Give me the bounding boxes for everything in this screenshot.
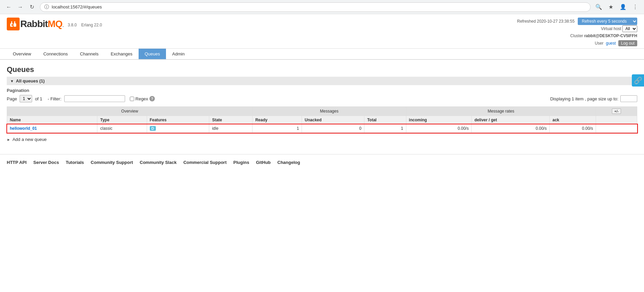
svg-rect-3	[14, 21, 15, 24]
logo-dot: .	[62, 22, 64, 28]
svg-rect-4	[11, 24, 13, 26]
plus-minus-header: +/-	[596, 107, 637, 116]
row-ready: 1	[253, 124, 302, 133]
row-extra	[596, 124, 637, 133]
version-number: 3.8.0	[68, 23, 77, 27]
footer-link-community-slack[interactable]: Community Slack	[140, 160, 176, 165]
page-title: Queues	[7, 65, 637, 74]
logo-rabbit: Rabbit	[20, 19, 48, 29]
section-label: All queues (1)	[16, 78, 45, 83]
queue-name-link[interactable]: helloworld_01	[10, 126, 37, 131]
all-queues-section[interactable]: ▼ All queues (1)	[7, 77, 637, 85]
bookmark-icon[interactable]: ★	[606, 2, 616, 12]
page-size-input[interactable]: 100	[620, 95, 637, 102]
menu-icon[interactable]: ⋮	[630, 2, 640, 12]
col-deliver-get: deliver / get	[472, 116, 550, 124]
nav-item-connections[interactable]: Connections	[37, 49, 74, 59]
row-feature: D	[147, 124, 209, 133]
refresh-select[interactable]: Refresh every 5 seconds Refresh every 10…	[578, 18, 637, 25]
col-features: Features	[147, 116, 209, 124]
rabbit-mq-logo-icon	[7, 18, 20, 30]
user-link[interactable]: guest	[606, 41, 616, 46]
url-text: localhost:15672/#/queues	[52, 4, 586, 9]
logo-area: RabbitMQ. 3.8.0 Erlang 22.0	[7, 18, 105, 30]
nav-item-overview[interactable]: Overview	[7, 49, 37, 59]
virtual-host-select[interactable]: All	[622, 25, 637, 32]
overview-group-header: Overview	[7, 107, 253, 116]
page-label: Page	[7, 96, 17, 101]
col-name: Name	[7, 116, 97, 124]
page-content: Queues ▼ All queues (1) Pagination Page …	[0, 60, 644, 147]
regex-help-icon[interactable]: ?	[149, 96, 155, 101]
logo-mq: MQ	[48, 19, 62, 29]
col-unacked: Unacked	[302, 116, 364, 124]
browser-chrome: ← → ↻ ⓘ localhost:15672/#/queues 🔍 ★ 👤 ⋮	[0, 0, 644, 14]
lock-icon: ⓘ	[44, 4, 49, 10]
footer-link-community-support[interactable]: Community Support	[91, 160, 133, 165]
row-deliver-get: 0.00/s	[472, 124, 550, 133]
messages-group-header: Messages	[253, 107, 406, 116]
row-total: 1	[364, 124, 406, 133]
user-label: User	[595, 41, 603, 46]
footer-link-server-docs[interactable]: Server Docs	[33, 160, 59, 165]
regex-label: Regex	[136, 96, 148, 101]
user-row: User guest Log out	[517, 40, 637, 47]
footer-link-plugins[interactable]: Plugins	[233, 160, 249, 165]
app-header: RabbitMQ. 3.8.0 Erlang 22.0 Refreshed 20…	[0, 14, 644, 49]
queues-table: Overview Messages Message rates +/- Name…	[7, 106, 637, 133]
browser-actions: 🔍 ★ 👤 ⋮	[594, 2, 640, 12]
virtual-host-row: Virtual host All	[517, 25, 637, 33]
filter-label: - Filter:	[48, 96, 61, 101]
search-icon[interactable]: 🔍	[594, 2, 603, 12]
float-icon[interactable]: 🔗	[632, 74, 644, 87]
row-state: idle	[209, 124, 253, 133]
version-info: 3.8.0 Erlang 22.0	[68, 23, 105, 27]
cluster-label: Cluster	[570, 33, 583, 38]
header-right: Refreshed 2020-10-27 23:38:55 Refresh ev…	[517, 18, 637, 47]
nav-item-exchanges[interactable]: Exchanges	[104, 49, 138, 59]
refreshed-timestamp: Refreshed 2020-10-27 23:38:55	[517, 19, 575, 24]
feature-badge: D	[150, 126, 156, 131]
plus-minus-button[interactable]: +/-	[612, 108, 621, 114]
main-nav: OverviewConnectionsChannelsExchangesQueu…	[0, 49, 644, 60]
of-label: of 1	[35, 96, 42, 101]
nav-item-queues[interactable]: Queues	[139, 49, 166, 59]
filter-input[interactable]	[64, 95, 125, 102]
browser-nav: ← → ↻	[4, 2, 37, 12]
section-arrow: ▼	[10, 79, 14, 83]
cluster-row: Cluster rabbit@DESKTOP-CV5IFFH	[517, 32, 637, 40]
col-ack: ack	[550, 116, 596, 124]
add-queue-arrow: ►	[7, 138, 10, 142]
message-rates-group-header: Message rates	[406, 107, 596, 116]
display-info: Displaying 1 item , page size up to: 100	[550, 95, 637, 102]
footer-link-github[interactable]: GitHub	[256, 160, 270, 165]
add-queue-toggle[interactable]: ► Add a new queue	[7, 137, 637, 142]
address-bar[interactable]: ⓘ localhost:15672/#/queues	[40, 2, 591, 12]
footer-link-http-api[interactable]: HTTP API	[7, 160, 27, 165]
page-select[interactable]: 1	[20, 95, 32, 102]
nav-item-admin[interactable]: Admin	[166, 49, 191, 59]
virtual-host-label: Virtual host	[601, 26, 621, 31]
logo-text: RabbitMQ.	[20, 19, 64, 29]
col-empty	[596, 116, 637, 124]
pagination-label: Pagination	[7, 88, 637, 93]
footer-link-commercial-support[interactable]: Commercial Support	[183, 160, 226, 165]
logo: RabbitMQ.	[7, 18, 64, 30]
footer-link-changelog[interactable]: Changelog	[278, 160, 300, 165]
footer-link-tutorials[interactable]: Tutorials	[66, 160, 84, 165]
row-ack: 0.00/s	[550, 124, 596, 133]
back-button[interactable]: ←	[4, 2, 14, 12]
col-state: State	[209, 116, 253, 124]
row-incoming: 0.00/s	[406, 124, 472, 133]
reload-button[interactable]: ↻	[27, 2, 37, 12]
table-row: helloworld_01 classic D idle 1 0 1 0.00/…	[7, 124, 637, 133]
regex-checkbox[interactable]	[130, 97, 134, 101]
forward-button[interactable]: →	[16, 2, 25, 12]
add-queue-section: ► Add a new queue	[7, 137, 637, 142]
pagination-controls: Page 1 of 1 - Filter: Regex ? Displaying…	[7, 95, 637, 102]
profile-icon[interactable]: 👤	[618, 2, 628, 12]
logout-button[interactable]: Log out	[618, 40, 637, 46]
nav-item-channels[interactable]: Channels	[74, 49, 104, 59]
col-total: Total	[364, 116, 406, 124]
col-type: Type	[97, 116, 147, 124]
